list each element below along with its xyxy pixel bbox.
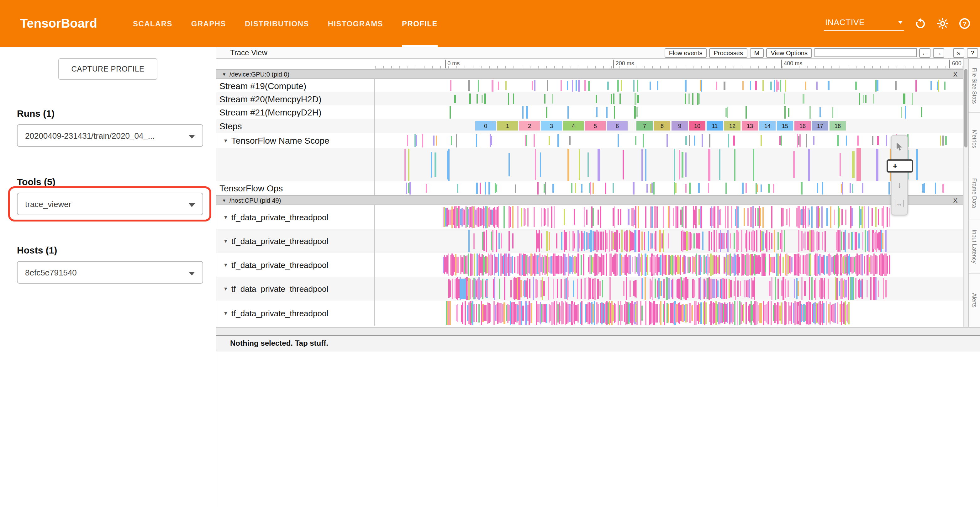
step-block-9[interactable]: 9 — [671, 121, 688, 131]
tab-distributions[interactable]: DISTRIBUTIONS — [245, 0, 309, 47]
step-block-6[interactable]: 6 — [607, 121, 628, 131]
step-block-3[interactable]: 3 — [541, 121, 562, 131]
track-lane[interactable] — [375, 253, 963, 277]
side-tab-input-latency[interactable]: Input Latency — [969, 220, 980, 274]
zoom-tool-icon[interactable]: + — [886, 159, 913, 172]
track-lane[interactable] — [375, 92, 963, 105]
track-name: tf_data_private_threadpool — [231, 212, 328, 222]
step-block-13[interactable]: 13 — [742, 121, 758, 131]
ruler-label: 0 ms — [445, 60, 460, 69]
close-icon[interactable]: X — [953, 70, 958, 78]
step-block-18[interactable]: 18 — [829, 121, 846, 131]
trace-help-button[interactable]: ? — [967, 48, 978, 57]
toolbar-flow-events-button[interactable]: Flow events — [665, 48, 707, 57]
track-lane[interactable] — [375, 148, 963, 181]
track-row: ▼tf_data_private_threadpool — [216, 205, 963, 229]
track-lane[interactable] — [375, 133, 963, 148]
expand-arrow-icon[interactable]: ▼ — [223, 238, 228, 244]
side-tab-metrics[interactable]: Metrics — [969, 113, 980, 166]
collapse-arrow-icon[interactable]: ▼ — [222, 198, 226, 202]
timing-tool-icon[interactable]: ↔ — [893, 197, 906, 210]
refresh-icon[interactable] — [915, 18, 926, 29]
tab-scalars[interactable]: SCALARS — [133, 0, 172, 47]
step-block-4[interactable]: 4 — [563, 121, 584, 131]
track-label — [216, 148, 375, 181]
toolbar-processes-button[interactable]: Processes — [709, 48, 747, 57]
runs-select[interactable]: 20200409-231431/train/2020_04_... — [17, 124, 203, 147]
trace-search-input[interactable] — [815, 48, 917, 57]
help-icon[interactable]: ? — [959, 18, 970, 29]
app-title: TensorBoard — [20, 0, 97, 47]
vertical-scrollbar[interactable] — [963, 59, 968, 327]
step-block-11[interactable]: 11 — [706, 121, 723, 131]
toolbar-m-button[interactable]: M — [750, 48, 764, 57]
scrollbar-thumb[interactable] — [964, 69, 967, 147]
step-block-2[interactable]: 2 — [519, 121, 540, 131]
step-block-7[interactable]: 7 — [636, 121, 653, 131]
expand-arrow-icon[interactable]: ▼ — [223, 262, 228, 268]
track-lane[interactable] — [375, 301, 963, 326]
hosts-select[interactable]: 8efc5e791540 — [17, 261, 203, 284]
track-name: tf_data_private_threadpool — [231, 236, 328, 246]
app-header: TensorBoard SCALARSGRAPHSDISTRIBUTIONSHI… — [0, 0, 980, 47]
capture-profile-button[interactable]: CAPTURE PROFILE — [58, 58, 158, 80]
nav-back-button[interactable]: ← — [919, 48, 931, 57]
track-label: ▼tf_data_private_threadpool — [216, 301, 375, 326]
process-header-host-cpu-pid-49[interactable]: ▼/host:CPU (pid 49)X — [216, 195, 963, 205]
collapse-panel-button[interactable]: » — [953, 48, 964, 57]
track-name: TensorFlow Ops — [220, 183, 283, 193]
side-tab-alerts[interactable]: Alerts — [969, 274, 980, 327]
hosts-select-value: 8efc5e791540 — [25, 268, 77, 277]
hosts-label: Hosts (1) — [17, 245, 203, 255]
expand-arrow-icon[interactable]: ▼ — [223, 138, 228, 143]
track-lane[interactable] — [375, 277, 963, 301]
expand-arrow-icon[interactable]: ▼ — [223, 286, 228, 292]
selection-tool-icon[interactable] — [893, 140, 906, 153]
nav-forward-button[interactable]: → — [933, 48, 944, 57]
collapse-arrow-icon[interactable]: ▼ — [222, 72, 226, 76]
process-header-device-gpu-0-pid-0[interactable]: ▼/device:GPU:0 (pid 0)X — [216, 69, 963, 79]
step-block-5[interactable]: 5 — [585, 121, 606, 131]
close-icon[interactable]: X — [953, 197, 958, 204]
step-block-1[interactable]: 1 — [497, 121, 518, 131]
side-tab-frame-data[interactable]: Frame Data — [969, 166, 980, 220]
expand-arrow-icon[interactable]: ▼ — [223, 310, 228, 316]
step-block-0[interactable]: 0 — [475, 121, 496, 131]
step-block-15[interactable]: 15 — [777, 121, 793, 131]
track-lane[interactable] — [375, 229, 963, 253]
tab-histograms[interactable]: HISTOGRAMS — [328, 0, 383, 47]
ruler-label: 600 — [950, 60, 961, 69]
ruler-label: 200 ms — [613, 60, 634, 69]
track-lane[interactable] — [375, 105, 963, 119]
tools-label: Tools (5) — [17, 176, 203, 187]
trace-bottom-strip — [216, 327, 980, 335]
timeline-ruler[interactable]: 0 ms200 ms400 ms600 — [375, 59, 963, 69]
tab-graphs[interactable]: GRAPHS — [191, 0, 226, 47]
steps-blocks: 0123456789101112131415161718 — [475, 121, 847, 131]
status-dropdown[interactable]: INACTIVE — [824, 16, 904, 31]
track-label: Stream #19(Compute) — [216, 79, 375, 92]
track-name: tf_data_private_threadpool — [231, 284, 328, 293]
toolbar-view-options-button[interactable]: View Options — [767, 48, 812, 57]
track-lane[interactable] — [375, 205, 963, 229]
track-row: Steps0123456789101112131415161718 — [216, 119, 963, 133]
step-block-14[interactable]: 14 — [759, 121, 776, 131]
side-tab-file-size-stats[interactable]: File Size Stats — [969, 59, 980, 113]
track-lane[interactable]: 0123456789101112131415161718 — [375, 119, 963, 133]
track-lane[interactable] — [375, 79, 963, 92]
tools-select[interactable]: trace_viewer — [17, 193, 203, 215]
header-actions: INACTIVE ? — [824, 0, 970, 47]
track-name: tf_data_private_threadpool — [231, 308, 328, 318]
chevron-down-icon — [189, 203, 195, 207]
step-block-12[interactable]: 12 — [724, 121, 740, 131]
step-block-16[interactable]: 16 — [794, 121, 811, 131]
step-block-10[interactable]: 10 — [689, 121, 705, 131]
pan-tool-icon[interactable]: ↓ — [893, 178, 906, 191]
tab-profile[interactable]: PROFILE — [402, 0, 438, 47]
step-block-17[interactable]: 17 — [812, 121, 828, 131]
track-label: ▼tf_data_private_threadpool — [216, 253, 375, 277]
step-block-8[interactable]: 8 — [654, 121, 670, 131]
settings-icon[interactable] — [937, 18, 949, 29]
track-lane[interactable] — [375, 181, 963, 195]
expand-arrow-icon[interactable]: ▼ — [223, 214, 228, 220]
